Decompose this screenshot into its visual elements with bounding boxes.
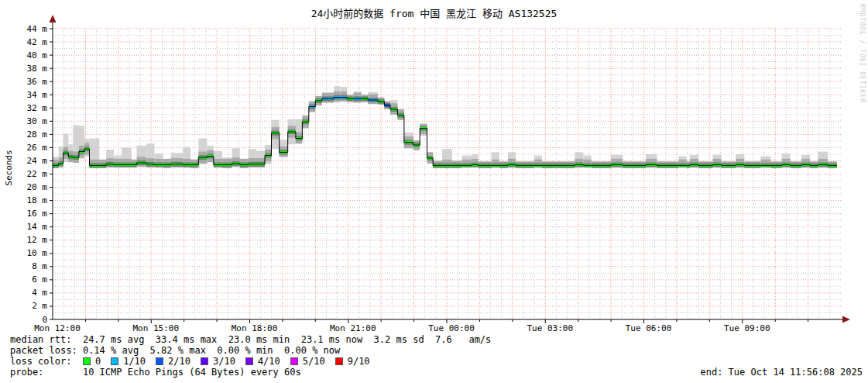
loss-color-value: 3/10 — [213, 356, 235, 367]
loss-color-label: loss color: — [10, 356, 83, 367]
loss-legend-item: 4/10 — [245, 356, 280, 367]
svg-text:Tue 03:00: Tue 03:00 — [527, 323, 573, 333]
svg-text:8 m: 8 m — [32, 261, 47, 271]
loss-legend-item: 9/10 — [335, 356, 370, 367]
loss-legend-item: 1/10 — [111, 356, 146, 367]
loss-color-value: 4/10 — [258, 356, 280, 367]
svg-text:20 m: 20 m — [27, 182, 48, 192]
svg-text:Tue 09:00: Tue 09:00 — [724, 323, 770, 333]
svg-text:10 m: 10 m — [27, 248, 48, 258]
svg-text:18 m: 18 m — [27, 195, 48, 205]
svg-text:28 m: 28 m — [27, 129, 48, 140]
median-rtt-stats: median rtt: 24.7 ms avg 33.4 ms max 23.0… — [10, 334, 491, 345]
svg-text:30 m: 30 m — [27, 116, 48, 126]
loss-color-value: 5/10 — [303, 356, 325, 367]
svg-text:44 m: 44 m — [27, 24, 48, 34]
svg-text:Mon 21:00: Mon 21:00 — [330, 323, 376, 333]
svg-text:32 m: 32 m — [27, 103, 48, 113]
stats-footer: median rtt: 24.7 ms avg 33.4 ms max 23.0… — [10, 334, 491, 378]
svg-text:40 m: 40 m — [27, 50, 48, 60]
svg-text:6 m: 6 m — [32, 274, 47, 285]
loss-color-swatch — [290, 357, 298, 365]
packet-loss-stats: packet loss: 0.14 % avg 5.82 % max 0.00 … — [10, 345, 491, 356]
svg-text:Tue 00:00: Tue 00:00 — [428, 323, 475, 333]
svg-text:Mon 15:00: Mon 15:00 — [132, 323, 179, 333]
svg-text:26 m: 26 m — [27, 143, 48, 153]
loss-color-value: 2/10 — [168, 356, 190, 367]
loss-color-swatch — [83, 357, 91, 365]
svg-text:42 m: 42 m — [27, 37, 48, 47]
svg-text:Mon 12:00: Mon 12:00 — [34, 323, 81, 333]
loss-legend-item: 3/10 — [201, 356, 235, 367]
loss-legend-item: 5/10 — [290, 356, 325, 367]
svg-text:24 m: 24 m — [27, 156, 48, 166]
loss-color-value: 9/10 — [348, 356, 370, 367]
svg-text:38 m: 38 m — [27, 64, 48, 74]
svg-text:12 m: 12 m — [27, 235, 48, 245]
rrdtool-watermark: RRDTOOL / TOBI OETIKER — [859, 4, 866, 103]
loss-legend-item: 2/10 — [156, 356, 190, 367]
plot-area: 02 m4 m6 m8 m10 m12 m14 m16 m18 m20 m22 … — [0, 0, 868, 383]
loss-color-swatch — [156, 357, 163, 365]
loss-color-value: 1/10 — [123, 356, 146, 367]
loss-color-swatch — [201, 357, 208, 365]
end-timestamp: end: Tue Oct 14 11:56:08 2025 — [700, 367, 863, 378]
loss-color-swatch — [335, 357, 343, 365]
loss-legend-item: 0 — [83, 356, 101, 367]
svg-text:Tue 06:00: Tue 06:00 — [626, 323, 672, 333]
loss-legend-items: 01/102/103/104/105/109/10 — [83, 356, 380, 367]
svg-text:14 m: 14 m — [27, 222, 48, 232]
svg-text:16 m: 16 m — [27, 209, 48, 219]
svg-text:4 m: 4 m — [32, 288, 47, 298]
probe-info: probe: 10 ICMP Echo Pings (64 Bytes) eve… — [10, 367, 491, 378]
svg-text:34 m: 34 m — [27, 90, 48, 100]
loss-color-swatch — [111, 357, 118, 365]
loss-color-legend: loss color: 01/102/103/104/105/109/10 — [10, 356, 491, 367]
svg-text:22 m: 22 m — [27, 169, 48, 179]
loss-color-swatch — [245, 357, 253, 365]
svg-text:2 m: 2 m — [32, 301, 47, 311]
svg-text:36 m: 36 m — [27, 77, 48, 87]
loss-color-value: 0 — [95, 356, 101, 367]
smokeping-graph: 24小时前的数据 from 中国 黑龙江 移动 AS132525 Seconds… — [0, 0, 868, 383]
svg-text:Mon 18:00: Mon 18:00 — [232, 323, 278, 333]
